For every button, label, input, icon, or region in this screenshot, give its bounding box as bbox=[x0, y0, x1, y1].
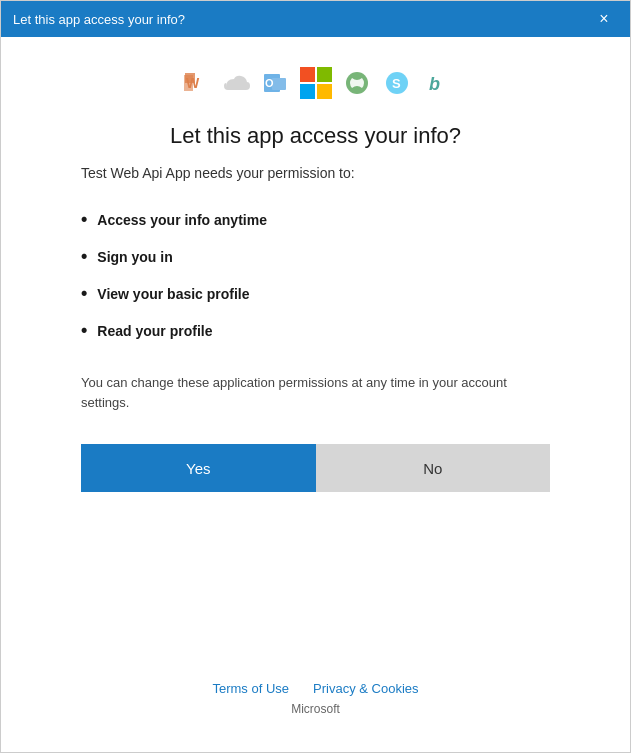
footer-links: Terms of Use Privacy & Cookies bbox=[212, 681, 418, 696]
svg-text:W: W bbox=[186, 75, 200, 91]
no-button[interactable]: No bbox=[316, 444, 551, 492]
bing-icon: b bbox=[422, 68, 452, 98]
permission-subtitle: Test Web Api App needs your permission t… bbox=[81, 165, 550, 181]
microsoft-logo bbox=[300, 67, 332, 99]
app-window: Let this app access your info? × W bbox=[0, 0, 631, 753]
permissions-note: You can change these application permiss… bbox=[81, 373, 550, 412]
service-icons-row: W O bbox=[180, 67, 452, 99]
main-heading: Let this app access your info? bbox=[170, 123, 461, 149]
list-item: Access your info anytime bbox=[81, 201, 550, 238]
svg-text:S: S bbox=[392, 76, 401, 91]
svg-text:b: b bbox=[429, 74, 440, 94]
svg-text:O: O bbox=[265, 77, 274, 89]
list-item: Read your profile bbox=[81, 312, 550, 349]
permissions-list: Access your info anytime Sign you in Vie… bbox=[81, 201, 550, 349]
xbox-icon bbox=[342, 68, 372, 98]
footer: Terms of Use Privacy & Cookies Microsoft bbox=[81, 661, 550, 732]
skype-icon: S bbox=[382, 68, 412, 98]
action-buttons: Yes No bbox=[81, 444, 550, 492]
office-icon: W bbox=[180, 68, 210, 98]
yes-button[interactable]: Yes bbox=[81, 444, 316, 492]
list-item: View your basic profile bbox=[81, 275, 550, 312]
close-button[interactable]: × bbox=[590, 5, 618, 33]
privacy-cookies-link[interactable]: Privacy & Cookies bbox=[313, 681, 418, 696]
outlook-icon: O bbox=[260, 68, 290, 98]
terms-of-use-link[interactable]: Terms of Use bbox=[212, 681, 289, 696]
onedrive-icon bbox=[220, 68, 250, 98]
titlebar: Let this app access your info? × bbox=[1, 1, 630, 37]
svg-rect-4 bbox=[272, 78, 286, 90]
list-item: Sign you in bbox=[81, 238, 550, 275]
titlebar-title: Let this app access your info? bbox=[13, 12, 185, 27]
microsoft-brand: Microsoft bbox=[291, 702, 340, 716]
main-content: W O bbox=[1, 37, 630, 752]
